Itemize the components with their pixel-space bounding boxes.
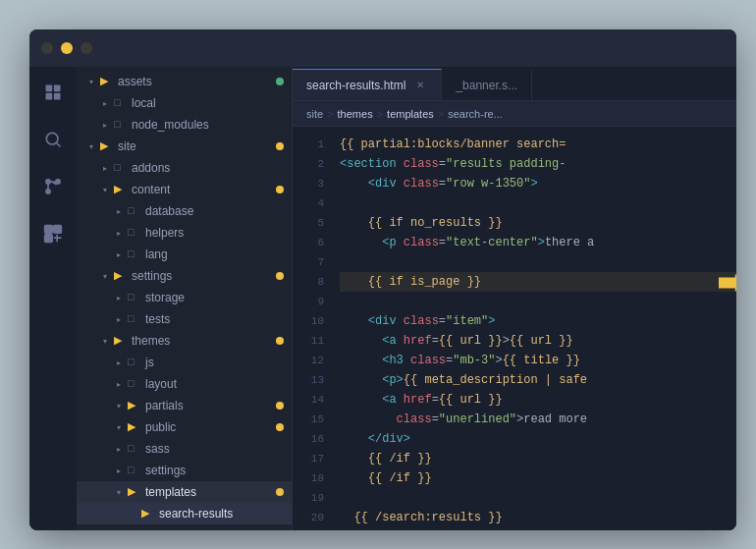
file-explorer: ▾ ▶ assets ▸ □ local ▸ □ node_modules ▾ … — [77, 67, 293, 530]
folder-icon: ▶ — [128, 420, 141, 434]
chevron-icon: ▸ — [112, 377, 126, 391]
chevron-icon: ▾ — [84, 75, 98, 88]
code-line: {{ /search:results }} — [340, 508, 736, 527]
code-line: class="unerlined">read more — [340, 410, 736, 429]
code-line: <div class="row w-1350"> — [340, 174, 736, 193]
tree-item-public[interactable]: ▾ ▶ public — [77, 416, 292, 438]
browser-window: ▾ ▶ assets ▸ □ local ▸ □ node_modules ▾ … — [29, 29, 736, 530]
svg-rect-2 — [46, 93, 53, 100]
tree-item-node-modules[interactable]: ▸ □ node_modules — [77, 114, 292, 136]
chevron-icon: ▸ — [112, 442, 126, 456]
svg-rect-3 — [54, 93, 61, 100]
folder-icon: □ — [128, 247, 141, 261]
bc-themes: themes — [338, 108, 373, 120]
bc-file: search-re... — [448, 108, 503, 120]
tree-item-themes-settings[interactable]: ▸ □ settings — [77, 460, 292, 481]
code-line: <a href={{ url }} — [340, 390, 736, 410]
traffic-lights — [41, 42, 92, 54]
tab-search-results[interactable]: search-results.html ✕ — [293, 69, 442, 100]
modified-dot — [276, 272, 284, 280]
modified-dot — [276, 142, 284, 150]
chevron-icon: ▾ — [98, 269, 112, 283]
tree-item-users[interactable]: ▸ □ users — [77, 524, 292, 530]
folder-icon: ▶ — [128, 485, 141, 499]
code-line — [340, 488, 736, 508]
folder-icon: ▶ — [128, 399, 141, 412]
tree-item-search-results[interactable]: ▸ ▶ search-results — [77, 503, 292, 524]
tree-item-storage[interactable]: ▸ □ storage — [77, 287, 292, 308]
tree-item-local[interactable]: ▸ □ local — [77, 92, 292, 114]
folder-icon: ▶ — [100, 75, 114, 88]
chevron-icon: ▾ — [112, 420, 126, 434]
tree-item-database[interactable]: ▸ □ database — [77, 200, 292, 222]
code-content: {{ partial:blocks/banner search= <sectio… — [332, 127, 736, 530]
tree-item-tests[interactable]: ▸ □ tests — [77, 308, 292, 330]
tree-item-content[interactable]: ▾ ▶ content — [77, 179, 292, 200]
tree-item-partials[interactable]: ▾ ▶ partials — [77, 395, 292, 416]
folder-icon: □ — [114, 118, 128, 132]
chevron-icon: ▾ — [112, 399, 126, 412]
svg-rect-11 — [45, 235, 53, 243]
chevron-icon: ▾ — [112, 485, 126, 499]
bc-site: site — [306, 108, 323, 120]
code-line: <div class="item"> — [340, 311, 736, 331]
files-icon[interactable] — [39, 79, 67, 106]
bc-sep-3: > — [438, 108, 444, 120]
chevron-icon: ▾ — [98, 334, 112, 348]
chevron-icon: ▾ — [84, 139, 98, 153]
close-tab-button[interactable]: ✕ — [413, 79, 427, 92]
close-button[interactable] — [41, 42, 53, 54]
code-line: <h3 class="mb-3">{{ title }} — [340, 351, 736, 370]
maximize-button[interactable] — [81, 42, 92, 54]
search-icon[interactable] — [39, 126, 67, 153]
modified-dot — [276, 337, 284, 345]
tree-item-settings[interactable]: ▾ ▶ settings — [77, 265, 292, 287]
chevron-icon: ▸ — [112, 204, 126, 218]
modified-dot — [276, 402, 284, 410]
code-line: <a href={{ url }}>{{ url }} — [340, 331, 736, 351]
code-line: {{ /if }} — [340, 468, 736, 488]
folder-icon: □ — [128, 204, 141, 218]
code-line: {{ if no_results }} — [340, 213, 736, 233]
code-line — [340, 193, 736, 213]
tree-item-addons[interactable]: ▸ □ addons — [77, 157, 292, 179]
folder-icon: ▶ — [114, 334, 128, 348]
svg-line-5 — [57, 143, 61, 147]
tree-item-site[interactable]: ▾ ▶ site — [77, 136, 292, 157]
minimize-button[interactable] — [61, 42, 73, 54]
tab-banner[interactable]: _banner.s... — [442, 69, 532, 100]
chevron-icon: ▾ — [98, 183, 112, 196]
tree-item-assets[interactable]: ▾ ▶ assets — [77, 71, 292, 92]
chevron-icon: ▸ — [98, 96, 112, 110]
folder-icon: ▶ — [100, 139, 114, 153]
svg-point-4 — [46, 133, 58, 144]
code-line: {{ /if }} — [340, 449, 736, 468]
code-line: <p>{{ meta_description | safe — [340, 370, 736, 390]
code-line: <section class="results padding- — [340, 154, 736, 174]
extensions-icon[interactable] — [39, 220, 67, 247]
tree-item-helpers[interactable]: ▸ □ helpers — [77, 222, 292, 244]
modified-dot — [276, 488, 284, 496]
folder-icon: □ — [114, 161, 128, 175]
tree-item-lang[interactable]: ▸ □ lang — [77, 244, 292, 265]
main-layout: ▾ ▶ assets ▸ □ local ▸ □ node_modules ▾ … — [29, 67, 736, 530]
modified-dot — [276, 78, 284, 85]
folder-icon: ▶ — [141, 507, 155, 521]
tree-item-sass[interactable]: ▸ □ sass — [77, 438, 292, 460]
code-editor[interactable]: 12345 678910 1112131415 1617181920 {{ pa… — [293, 127, 736, 530]
tree-item-layout[interactable]: ▸ □ layout — [77, 373, 292, 395]
modified-dot — [276, 423, 284, 431]
folder-icon: ▶ — [114, 269, 128, 283]
source-control-icon[interactable] — [39, 173, 67, 200]
folder-icon: □ — [128, 442, 141, 456]
bc-templates: templates — [387, 108, 434, 120]
title-bar — [29, 29, 736, 67]
folder-icon: □ — [128, 291, 141, 304]
tree-item-themes[interactable]: ▾ ▶ themes — [77, 330, 292, 352]
chevron-icon: ▸ — [98, 118, 112, 132]
tree-item-js[interactable]: ▸ □ js — [77, 352, 292, 373]
code-line: {{ partial:blocks/banner search= — [340, 135, 736, 154]
breadcrumb: site > themes > templates > search-re... — [293, 101, 736, 127]
folder-icon: ▶ — [114, 183, 128, 196]
tree-item-templates[interactable]: ▾ ▶ templates — [77, 481, 292, 503]
